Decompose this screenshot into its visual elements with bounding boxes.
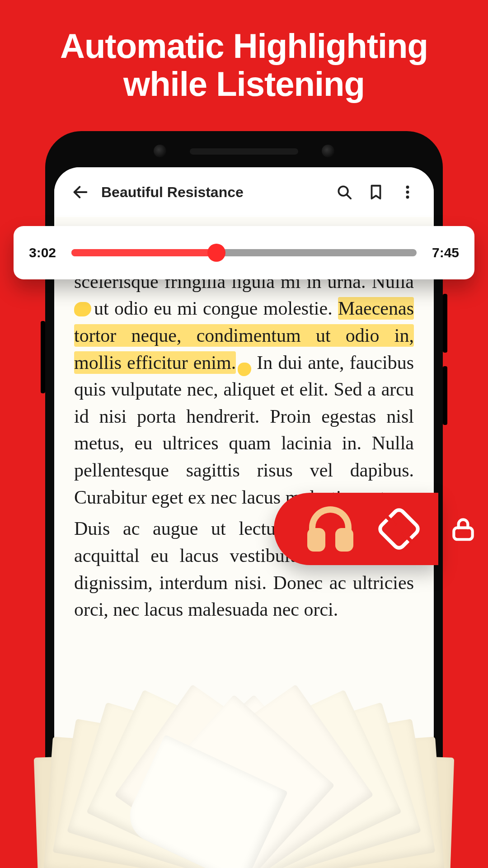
app-bar: Beautiful Resistance bbox=[54, 167, 434, 217]
promo-headline-line2: while Listening bbox=[123, 65, 365, 103]
rotate-button[interactable] bbox=[382, 512, 416, 546]
arrow-left-icon bbox=[71, 183, 89, 201]
listen-button[interactable] bbox=[305, 506, 355, 552]
floating-toolbar bbox=[274, 493, 488, 565]
phone-sensor-left bbox=[154, 145, 166, 157]
more-button[interactable] bbox=[397, 181, 418, 203]
phone-sensor-right bbox=[322, 145, 334, 157]
lock-icon bbox=[449, 515, 477, 543]
svg-point-4 bbox=[406, 191, 409, 194]
promo-headline: Automatic Highlighting while Listening bbox=[0, 0, 488, 121]
search-button[interactable] bbox=[333, 181, 355, 203]
floating-pill bbox=[274, 493, 438, 565]
progress-track[interactable] bbox=[71, 249, 417, 256]
progress-fill bbox=[71, 249, 216, 256]
phone-speaker bbox=[190, 148, 298, 155]
rotate-icon bbox=[375, 505, 423, 553]
back-button[interactable] bbox=[70, 181, 91, 203]
svg-point-5 bbox=[406, 196, 409, 199]
progress-thumb[interactable] bbox=[207, 244, 225, 262]
svg-line-2 bbox=[347, 195, 351, 199]
promo-headline-line1: Automatic Highlighting bbox=[60, 27, 428, 65]
phone-side-button-volume-up bbox=[443, 294, 447, 353]
more-vertical-icon bbox=[399, 184, 416, 201]
text-plain: ut odio eu mi congue molestie. bbox=[94, 298, 338, 319]
elapsed-time: 3:02 bbox=[29, 245, 61, 260]
phone-side-button-volume-down bbox=[443, 366, 447, 425]
search-icon bbox=[336, 184, 353, 201]
highlight-tail-decoration bbox=[236, 352, 251, 373]
highlight-lead-decoration bbox=[74, 298, 94, 319]
svg-point-3 bbox=[406, 185, 409, 189]
lock-button[interactable] bbox=[438, 493, 488, 565]
reader-paragraph-1: eleifend porttitor, orci est vehicula ve… bbox=[74, 241, 414, 511]
headphones-icon bbox=[305, 506, 355, 552]
total-time: 7:45 bbox=[427, 245, 459, 260]
svg-rect-6 bbox=[454, 528, 472, 539]
bookmark-icon bbox=[367, 184, 385, 201]
phone-side-button-left bbox=[41, 321, 45, 393]
book-title: Beautiful Resistance bbox=[101, 184, 324, 201]
audio-progress-bar[interactable]: 3:02 7:45 bbox=[14, 226, 474, 279]
bookmark-button[interactable] bbox=[365, 181, 387, 203]
